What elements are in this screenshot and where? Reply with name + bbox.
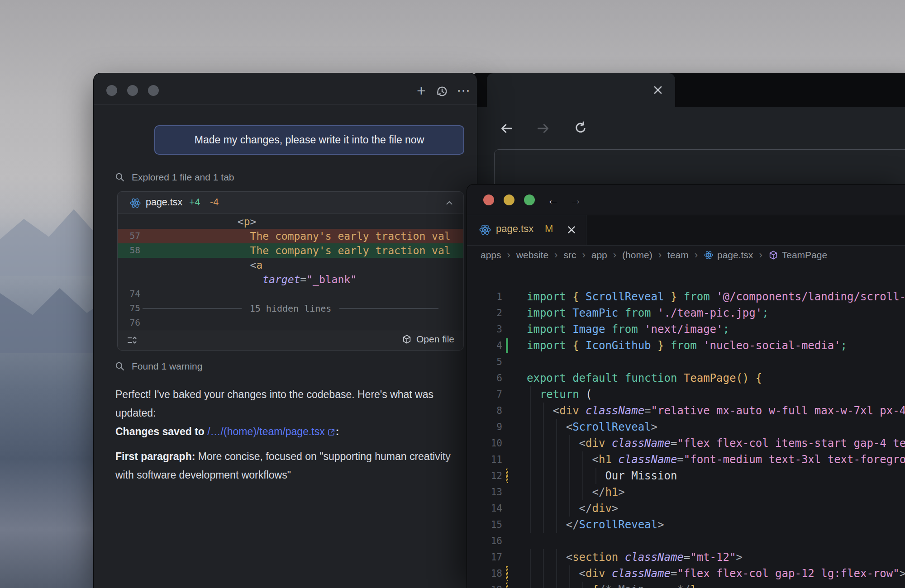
breadcrumb-item-teampage[interactable]: TeamPage [768,250,827,261]
code-line[interactable]: 14 </div> [467,500,905,517]
window-zoom-button[interactable] [148,85,159,96]
git-modified-marker [506,469,508,483]
window-minimize-button[interactable] [127,85,138,96]
line-number: 13 [467,484,502,500]
code-token: "_blank" [306,274,357,285]
code-token: section [572,551,618,564]
diff-row: 74 [118,287,463,301]
hidden-lines-divider[interactable]: 15 hidden lines [143,301,438,316]
code-token: </ [527,518,579,531]
code-line[interactable]: 15 </ScrollReveal> [467,517,905,533]
code-line[interactable]: 8 <div className="relative mx-auto w-ful… [467,403,905,419]
indent-guide [530,419,531,435]
traffic-close-button[interactable] [483,194,494,205]
code-token: ; [841,339,847,352]
breadcrumb-item-pagetsx[interactable]: page.tsx [704,250,753,261]
breadcrumb-separator: › [613,249,616,261]
code-token: '@/components/landing/scroll- [716,290,905,303]
indent-guide [530,484,531,500]
file-link[interactable]: /…/(home)/team/page.tsx [207,426,325,437]
code-token: > [250,216,257,228]
diff-file-name: page.tsx [146,197,182,208]
indent-guide [543,549,544,565]
code-line[interactable]: 12 Our Mission [467,468,905,484]
more-menu-icon[interactable]: ⋯ [456,82,472,99]
code-line[interactable]: 9 <ScrollReveal> [467,419,905,435]
forward-arrow-icon[interactable] [535,120,551,137]
tab-close-icon[interactable] [652,84,664,96]
search-icon [114,361,125,372]
code-line[interactable]: 17 <section className="mt-12"> [467,549,905,565]
browser-tab[interactable] [487,73,675,107]
back-arrow-icon[interactable] [499,120,515,137]
indent-guide [530,403,531,419]
code-token: "font-medium text-3xl text-foregro [684,453,905,466]
indent-guide [543,419,544,435]
hidden-lines-label: 15 hidden lines [250,301,332,316]
code-line[interactable]: 4import { IconGithub } from 'nucleo-soci… [467,337,905,354]
code-line[interactable]: 1import { ScrollReveal } from '@/compone… [467,289,905,305]
editor-tab-page-tsx[interactable]: page.tsx M [467,215,586,245]
new-thread-icon[interactable]: + [413,82,429,99]
external-link-icon[interactable] [327,426,336,437]
diff-row: <p> [118,214,463,229]
window-close-button[interactable] [106,85,117,96]
code-token: > [657,518,664,531]
indent-guide [543,484,544,500]
line-number: 10 [467,435,502,451]
open-file-button[interactable]: Open file [402,334,454,345]
code-line[interactable]: 2import TeamPic from './team-pic.jpg'; [467,305,905,321]
code-line[interactable]: 6export default function TeamPage() { [467,370,905,386]
expand-lines-icon[interactable] [127,335,138,346]
history-icon[interactable] [434,82,450,99]
code-token: target [150,274,300,285]
code-token: ScrollReveal [572,421,651,433]
traffic-zoom-button[interactable] [524,194,535,205]
code-line[interactable]: 7 return ( [467,386,905,403]
code-token: = [671,437,677,450]
diff-card: page.tsx +4 -4 <p>57 The company's early… [117,191,464,351]
indent-guide [582,468,583,484]
diff-additions: +4 [189,197,200,208]
breadcrumb-item-website[interactable]: website [516,250,548,261]
chevron-up-icon[interactable] [444,198,454,208]
breadcrumb-label: team [667,250,689,261]
code-line[interactable]: 16 [467,533,905,549]
code-line[interactable]: 13 </h1> [467,484,905,500]
breadcrumb-item-team[interactable]: team [667,250,689,261]
indent-guide [556,582,557,588]
diff-card-header[interactable]: page.tsx +4 -4 [118,192,463,214]
warning-status-row[interactable]: Found 1 warning [114,360,202,373]
search-icon [114,172,125,183]
indent-guide [530,435,531,451]
editor-back-icon[interactable]: ← [545,192,561,208]
breadcrumb-item-src[interactable]: src [563,250,576,261]
code-token: h1 [605,486,618,498]
code-token: p [244,216,250,228]
explored-status-row[interactable]: Explored 1 file and 1 tab [114,171,234,184]
line-number: 14 [467,500,502,517]
line-number: 6 [467,370,502,386]
code-line[interactable]: 11 <h1 className="font-medium text-3xl t… [467,451,905,468]
breadcrumb-item-app[interactable]: app [591,250,607,261]
code-line[interactable]: 18 <div className="flex flex-col gap-12 … [467,565,905,582]
code-token: Our Mission [527,469,677,482]
traffic-minimize-button[interactable] [504,194,514,205]
reload-icon[interactable] [573,120,589,137]
code-token [605,437,611,450]
code-token: = [684,551,690,564]
breadcrumb-label: TeamPage [782,250,827,261]
code-token: = [300,274,306,285]
code-line[interactable]: 5 [467,354,905,370]
editor-forward-icon[interactable]: → [567,192,584,208]
user-message-bubble: Made my changes, please write it into th… [154,125,464,155]
breadcrumb-item-apps[interactable]: apps [481,250,501,261]
tab-close-icon[interactable] [566,224,578,237]
code-line[interactable]: 3import Image from 'next/image'; [467,321,905,337]
indent-guide [569,451,570,468]
breadcrumb-label: page.tsx [717,250,753,261]
code-line[interactable]: 19 {/* Main ... */} [467,582,905,588]
code-token: ( [586,388,592,401]
code-line[interactable]: 10 <div className="flex flex-col items-s… [467,435,905,451]
breadcrumb-item-home[interactable]: (home) [622,250,653,261]
